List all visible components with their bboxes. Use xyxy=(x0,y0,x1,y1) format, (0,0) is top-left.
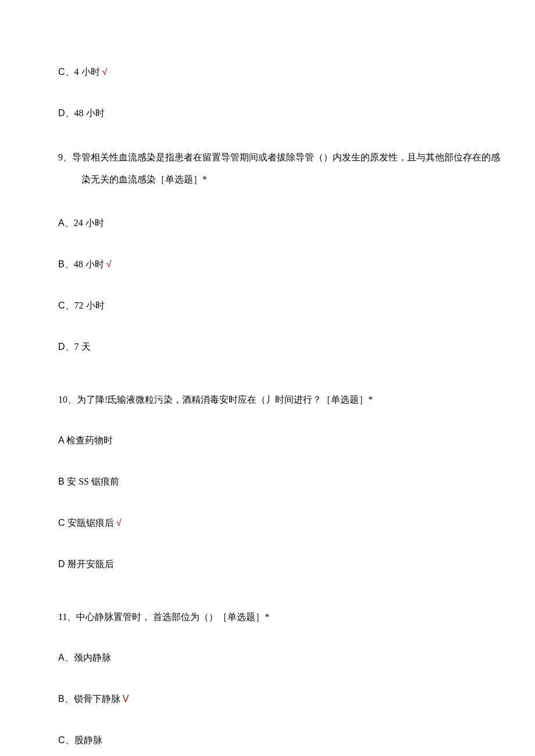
option-text: 72 小时 xyxy=(74,300,105,310)
option-prefix: A、 xyxy=(58,218,74,228)
q8-option-c: C、4 小时 √ xyxy=(35,64,500,81)
option-text: 安瓿锯痕后 xyxy=(67,518,114,528)
q11-option-c: C、股静脉 xyxy=(35,732,500,749)
q11-option-b: B、锁骨下静脉 V xyxy=(35,691,500,708)
option-prefix: C xyxy=(58,518,67,528)
option-prefix: B xyxy=(58,476,67,486)
option-text: 48 小时 xyxy=(74,108,105,118)
q9-option-c: C、72 小时 xyxy=(35,298,500,314)
check-mark: V xyxy=(123,694,129,704)
option-text: 安 SS 锯痕前 xyxy=(67,476,119,486)
option-text: 7 天 xyxy=(74,342,91,352)
option-text: 4 小时 xyxy=(74,67,100,77)
option-prefix: C、 xyxy=(58,735,74,745)
check-mark: √ xyxy=(106,259,112,269)
option-prefix: D xyxy=(58,559,67,569)
q10-option-b: B 安 SS 锯痕前 xyxy=(35,474,500,490)
option-prefix: D、 xyxy=(58,108,74,118)
question-content: 9、导管相关性血流感染是指患者在留置导管期间或者拔除导管（）内发生的原发性，且与… xyxy=(58,152,500,184)
option-text: 锁骨下静脉 xyxy=(74,694,120,704)
option-text: 检查药物时 xyxy=(66,435,113,445)
option-prefix: A xyxy=(58,435,66,445)
q10-option-a: A 检查药物时 xyxy=(35,432,500,449)
option-prefix: B、 xyxy=(58,694,74,704)
option-text: 掰开安瓿后 xyxy=(67,559,114,569)
option-prefix: C、 xyxy=(58,300,74,310)
q8-option-d: D、48 小时 xyxy=(35,105,500,122)
option-text: 颈内静脉 xyxy=(74,653,111,662)
option-prefix: A、 xyxy=(58,653,74,662)
check-mark: √ xyxy=(116,518,122,528)
q10-option-c: C 安瓿锯痕后 √ xyxy=(35,515,500,532)
q9-option-a: A、24 小时 xyxy=(35,215,500,232)
option-text: 24 小时 xyxy=(74,218,104,228)
q10-option-d: D 掰开安瓿后 xyxy=(35,556,500,573)
option-prefix: B、 xyxy=(58,259,74,269)
q9-option-d: D、7 天 xyxy=(35,339,500,356)
option-prefix: C、 xyxy=(58,67,74,77)
question-content: 11、中心静脉置管时， 首选部位为（）［单选题］* xyxy=(58,612,269,622)
option-prefix: D、 xyxy=(58,342,74,352)
question-content: 10、为了降!氐输液微粒污染，酒精消毒安时应在（丿时间进行？［单选题］* xyxy=(58,395,373,404)
option-text: 股静脉 xyxy=(74,735,102,745)
option-text: 48 小时 xyxy=(74,259,104,269)
q10-text: 10、为了降!氐输液微粒污染，酒精消毒安时应在（丿时间进行？［单选题］* xyxy=(35,392,500,409)
q11-option-a: A、颈内静脉 xyxy=(35,650,500,667)
q9-option-b: B、48 小时 √ xyxy=(35,256,500,273)
q11-text: 11、中心静脉置管时， 首选部位为（）［单选题］* xyxy=(35,609,500,626)
check-mark: √ xyxy=(102,67,108,77)
q9-text: 9、导管相关性血流感染是指患者在留置导管期间或者拔除导管（）内发生的原发性，且与… xyxy=(58,146,500,191)
